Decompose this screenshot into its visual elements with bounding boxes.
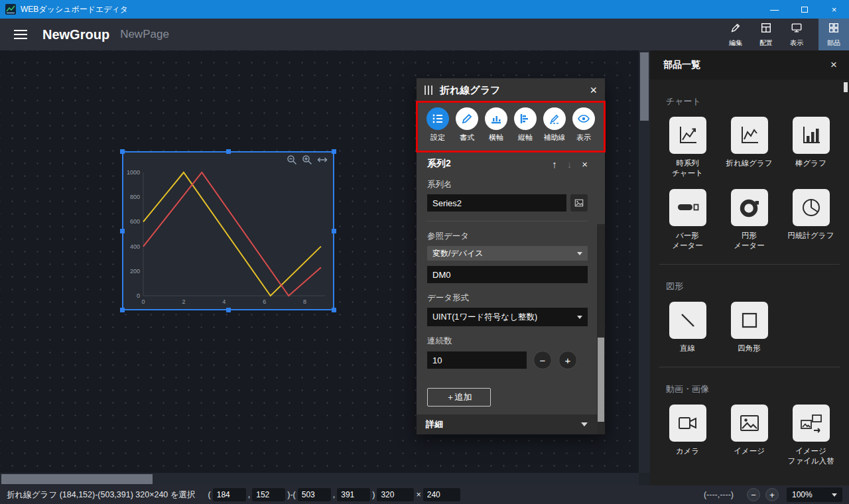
part-image[interactable]: イメージ — [718, 405, 780, 466]
tool-arrange[interactable]: 配置 — [751, 19, 781, 50]
panel-scrollbar-thumb[interactable] — [598, 338, 604, 422]
section-label-shapes: 図形 — [666, 281, 849, 292]
zoom-in-icon[interactable] — [302, 155, 312, 165]
tool-parts[interactable]: 部品 — [818, 19, 849, 50]
zoom-increase-button[interactable]: + — [765, 488, 779, 501]
svg-text:8: 8 — [303, 298, 306, 305]
tab-horizontal-axis[interactable]: 横軸 — [482, 102, 511, 151]
svg-text:0: 0 — [137, 292, 140, 299]
svg-text:1000: 1000 — [127, 169, 140, 176]
app-window: WEBダッシュボードエディタ — × NewGroup NewPage 編集 配… — [0, 0, 849, 504]
count-input[interactable] — [427, 351, 527, 369]
svg-text:2: 2 — [182, 298, 185, 305]
sidebar-divider — [659, 367, 840, 367]
part-circle-meter[interactable]: 円形 メーター — [718, 189, 780, 251]
add-series-button[interactable]: ＋追加 — [427, 388, 491, 407]
detail-expander[interactable]: 詳細 — [417, 414, 597, 434]
canvas-horizontal-scrollbar[interactable] — [0, 473, 639, 485]
section-label-media: 動画・画像 — [666, 383, 849, 395]
x2-input[interactable] — [298, 488, 331, 501]
y2-input[interactable] — [337, 488, 370, 501]
part-pie-chart[interactable]: 円統計グラフ — [780, 189, 842, 251]
tab-vertical-axis[interactable]: 縦軸 — [511, 102, 540, 151]
resize-handle-top-right[interactable] — [332, 149, 336, 154]
sidebar-divider — [659, 264, 840, 265]
cursor-coordinate-readout: (----,----) — [704, 490, 734, 499]
x1-input[interactable] — [213, 488, 246, 501]
sidebar-scrollbar-thumb[interactable] — [844, 82, 848, 92]
count-increment-button[interactable]: + — [558, 351, 577, 369]
series-name-input[interactable] — [427, 194, 566, 212]
canvas-vertical-scrollbar-thumb[interactable] — [640, 52, 649, 121]
rectangle-shape-icon — [731, 302, 768, 339]
hamburger-menu-icon[interactable] — [9, 23, 32, 46]
part-line-shape[interactable]: 直線 — [657, 302, 718, 353]
minimize-button[interactable]: — — [759, 0, 789, 19]
device-input[interactable] — [427, 266, 588, 283]
fit-width-icon[interactable] — [317, 155, 328, 165]
count-decrement-button[interactable]: − — [533, 351, 552, 369]
part-bar-meter[interactable]: バー形 メーター — [657, 189, 718, 251]
chevron-down-icon — [577, 316, 582, 319]
resize-handle-bottom-right[interactable] — [332, 308, 336, 312]
maximize-button[interactable] — [789, 0, 819, 19]
parts-blocks-icon — [828, 22, 840, 36]
resize-handle-bottom-left[interactable] — [120, 308, 125, 312]
tab-auxiliary-lines[interactable]: 補助線 — [540, 102, 569, 151]
part-timeseries-chart[interactable]: 時系列 チャート — [657, 117, 718, 178]
canvas-vertical-scrollbar[interactable] — [639, 50, 650, 473]
eye-icon — [572, 107, 595, 130]
width-input[interactable] — [377, 488, 414, 501]
group-name: NewGroup — [42, 27, 109, 42]
panel-drag-handle-icon[interactable] — [424, 86, 432, 95]
part-bar-chart[interactable]: 棒グラフ — [780, 117, 842, 178]
part-camera[interactable]: カメラ — [657, 405, 718, 466]
resize-handle-bottom-middle[interactable] — [226, 308, 231, 312]
selection-status-text: 折れ線グラフ (184,152)-(503,391) 320×240 を選択 — [7, 489, 196, 501]
arrange-layout-icon — [760, 22, 772, 36]
image-picker-button[interactable] — [570, 194, 588, 212]
resize-handle-top-middle[interactable] — [226, 149, 231, 154]
panel-close-icon[interactable]: × — [590, 84, 597, 97]
zoom-out-icon[interactable] — [287, 155, 297, 165]
close-button[interactable]: × — [819, 0, 849, 19]
move-down-icon[interactable]: ↓ — [567, 158, 572, 170]
chevron-down-icon — [581, 422, 588, 426]
reference-data-label: 参照データ — [427, 231, 588, 242]
reference-type-dropdown[interactable]: 変数/デバイス — [427, 246, 588, 261]
sidebar-close-icon[interactable]: × — [830, 58, 837, 72]
panel-header[interactable]: 折れ線グラフ × — [417, 78, 605, 102]
settings-list-icon — [426, 107, 449, 130]
data-format-dropdown[interactable]: UINT(1ワード符号なし整数) — [427, 308, 588, 326]
series-delete-icon[interactable]: × — [582, 158, 588, 170]
tab-format[interactable]: 書式 — [452, 102, 482, 151]
y1-input[interactable] — [252, 488, 285, 501]
part-line-chart[interactable]: 折れ線グラフ — [718, 117, 780, 178]
part-rectangle-shape[interactable]: 四角形 — [718, 302, 780, 353]
bar-meter-icon — [669, 189, 706, 226]
tab-settings[interactable]: 設定 — [423, 102, 452, 151]
zoom-level-dropdown[interactable]: 100% — [787, 487, 842, 502]
properties-panel: 折れ線グラフ × 設定 書式 横軸 縦軸 補助線 — [417, 78, 605, 434]
tool-edit[interactable]: 編集 — [720, 19, 751, 50]
series-section-header: 系列2 ↑ ↓ × — [427, 158, 588, 170]
tool-view[interactable]: 表示 — [781, 19, 812, 50]
data-format-label: データ形式 — [427, 292, 588, 304]
height-input[interactable] — [423, 488, 460, 501]
circle-meter-icon — [731, 189, 768, 226]
resize-handle-top-left[interactable] — [120, 149, 125, 154]
panel-title: 折れ線グラフ — [440, 84, 590, 97]
part-image-swap[interactable]: イメージ ファイル入替 — [780, 405, 842, 466]
panel-scrollbar[interactable] — [597, 224, 605, 434]
line-chart-widget[interactable]: 0200400600800100002468 — [122, 151, 334, 310]
svg-text:6: 6 — [263, 298, 266, 305]
move-up-icon[interactable]: ↑ — [552, 158, 557, 170]
canvas-horizontal-scrollbar-thumb[interactable] — [1, 474, 153, 484]
tab-display[interactable]: 表示 — [569, 102, 598, 151]
resize-handle-middle-right[interactable] — [332, 229, 336, 233]
resize-handle-middle-left[interactable] — [120, 229, 125, 233]
chevron-down-icon — [577, 252, 582, 255]
zoom-decrease-button[interactable]: − — [747, 488, 760, 501]
title-bar: WEBダッシュボードエディタ — × — [0, 0, 849, 19]
line-chart-icon — [731, 117, 768, 154]
